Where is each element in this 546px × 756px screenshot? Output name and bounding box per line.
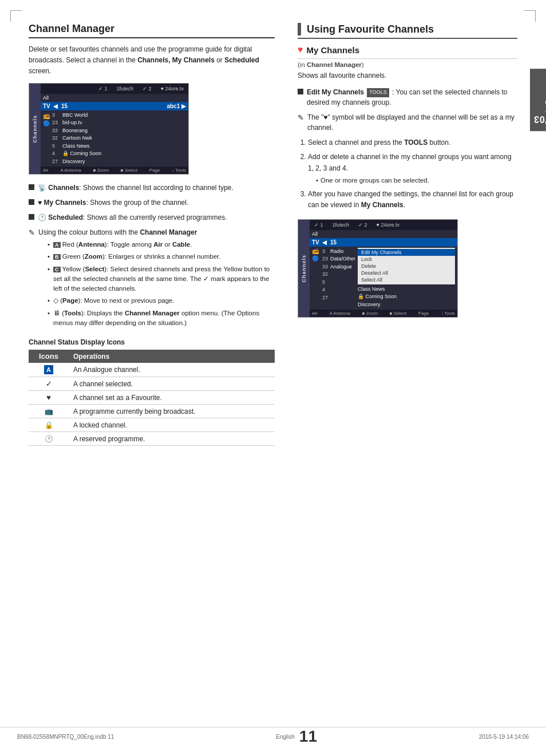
main-content: Channel Manager Delete or set favourites…: [0, 0, 546, 469]
channels-vertical-label-2: Channels: [298, 220, 310, 318]
left-column: Channel Manager Delete or set favourites…: [29, 23, 275, 446]
right-column: Using Favourite Channels ♥ My Channels (…: [298, 23, 517, 446]
side-tab: 03 Basic Features: [530, 69, 546, 131]
corner-mark-tl: [10, 10, 22, 22]
sub-bullet-yellow: C Yellow (Select): Select desired channe…: [48, 264, 275, 294]
footer-right: 2010-5-19 14:14:06: [479, 734, 529, 740]
bullet-square-3: [29, 214, 34, 220]
screenshot2-left-data: 📻 🔵 32333325427 RadioData/OtherAnalogue: [312, 248, 355, 309]
sub-context: (in Channel Manager): [298, 61, 517, 68]
sub-bullet-green: B Green (Zoom): Enlarges or shrinks a ch…: [48, 252, 275, 262]
table-cell-icon-lock: 🔒: [29, 418, 69, 432]
status-table: Icons Operations A An Analogue channel. …: [29, 350, 275, 446]
side-tab-number: 03: [533, 114, 545, 124]
menu-item-edit[interactable]: Edit My Channels: [358, 249, 455, 256]
bullet-channels: 📡 Channels: Shows the channel list accor…: [29, 183, 275, 193]
using-fav-title: Using Favourite Channels: [307, 23, 434, 35]
table-cell-icon-a: A: [29, 363, 69, 377]
table-row: 🔒 A locked channel.: [29, 418, 275, 432]
screenshot2-inner: ✓ 1 1futech ✓ 2 ♥ 24ore.tv All TV ◀ 15: [310, 220, 457, 318]
channel-numbers: 32333325427: [52, 112, 58, 166]
corner-mark-tr: [524, 10, 536, 22]
menu-item-deselect-all[interactable]: Deselect All: [358, 270, 455, 276]
table-cell-icon-heart: ♥: [29, 391, 69, 405]
edit-bullet-content: Edit My Channels TOOLS : You can set the…: [307, 87, 517, 108]
table-row: ♥ A channel set as a Favourite.: [29, 391, 275, 405]
menu-item-lock[interactable]: Lock: [358, 256, 455, 263]
my-channels-title: My Channels: [307, 45, 360, 55]
table-row: A An Analogue channel.: [29, 363, 275, 377]
steps-list: Select a channel and press the TOOLS but…: [308, 137, 517, 211]
menu-item-select-all[interactable]: Select All: [358, 276, 455, 283]
sub-bullet-red: A Red (Antenna): Toggle among Air or Cab…: [48, 240, 275, 250]
note-pencil-icon: ✎: [29, 227, 35, 239]
footer-left: BN68-02558MNPRTQ_00Eng.indb 11: [17, 734, 114, 740]
edit-bullet: Edit My Channels TOOLS : You can set the…: [298, 87, 517, 108]
table-cell-reserved: A reserved programme.: [69, 432, 275, 446]
table-header-ops: Operations: [69, 350, 275, 363]
section-title-right: Using Favourite Channels: [298, 23, 517, 39]
screenshot2-header-row: ✓ 1 1futech ✓ 2 ♥ 24ore.tv: [310, 220, 457, 230]
bullet-square-edit: [298, 89, 303, 94]
bullet-mychannels-content: ♥ My Channels: Shows the group of the ch…: [38, 197, 275, 208]
screenshot-inner: ✓ 1 1futech ✓ 2 ♥ 24ore.tv All TV ◀ 15 a…: [41, 84, 188, 175]
section-title-left: Channel Manager: [29, 23, 275, 38]
table-header-icons: Icons: [29, 350, 69, 363]
table-cell-broadcast: A programme currently being broadcast.: [69, 405, 275, 418]
content-with-menu: 📻 🔵 32333325427 RadioData/OtherAnalogue: [310, 247, 457, 310]
bullet-scheduled-content: 🕐 Scheduled: Shows all the currently res…: [38, 212, 275, 223]
heart-note-content: The "♥" symbol will be displayed and the…: [307, 112, 517, 133]
page-number-box: English 11: [276, 727, 317, 746]
page-footer: BN68-02558MNPRTQ_00Eng.indb 11 English 1…: [0, 727, 546, 746]
bullet-list: 📡 Channels: Shows the channel list accor…: [29, 183, 275, 223]
check-items-2: ✓ 1 1futech ✓ 2 ♥ 24ore.tv: [312, 221, 402, 229]
table-cell-icon-check: ✓: [29, 377, 69, 391]
channel-names: BBC World bid-up.tv Boonerang Cartoon Nw…: [62, 112, 101, 166]
tools-badge: TOOLS: [367, 88, 389, 97]
table-cell-icon-broadcast: 📺: [29, 405, 69, 418]
numbers-col2: 32333325427: [322, 248, 328, 302]
content-area: 📻 🔵 32333325427 BBC World bid-up.tv Boon…: [41, 110, 188, 167]
note-pencil-icon-2: ✎: [298, 112, 304, 124]
table-cell-favourite: A channel set as a Favourite.: [69, 391, 275, 405]
heart-note: ✎ The "♥" symbol will be displayed and t…: [298, 112, 517, 133]
table-row: 🕐 A reserved programme.: [29, 432, 275, 446]
bullet-channels-content: 📡 Channels: Shows the channel list accor…: [38, 183, 275, 193]
table-cell-locked: A locked channel.: [69, 418, 275, 432]
bullet-mychannels: ♥ My Channels: Shows the group of the ch…: [29, 197, 275, 208]
sub-bullet-page: ◇ (Page): Move to next or previous page.: [48, 296, 275, 306]
screenshot-footer: Air A Antenna ■ Zoom ■ Select Page ↓ Too…: [41, 167, 188, 174]
screenshot-header-row: ✓ 1 1futech ✓ 2 ♥ 24ore.tv: [41, 84, 188, 94]
channels-vertical-label: Channels: [29, 84, 41, 175]
page-number: 11: [299, 727, 317, 746]
table-cell-analogue: An Analogue channel.: [69, 363, 275, 377]
all-row: All: [41, 94, 188, 102]
table-title: Channel Status Display Icons: [29, 338, 275, 346]
channels-col2: RadioData/OtherAnalogue: [330, 248, 355, 302]
step-1: Select a channel and press the TOOLS but…: [308, 137, 517, 148]
screenshot-1: Channels ✓ 1 1futech ✓ 2 ♥ 24ore.tv: [29, 83, 189, 175]
bullet-square-2: [29, 199, 34, 205]
menu-item-delete[interactable]: Delete: [358, 263, 455, 270]
table-cell-selected: A channel selected.: [69, 377, 275, 391]
all-row-2: All: [310, 230, 457, 238]
check-items: ✓ 1 1futech ✓ 2 ♥ 24ore.tv: [96, 85, 186, 93]
heart-icon: ♥: [298, 45, 303, 55]
tv-row-2: TV ◀ 15: [310, 238, 457, 247]
screenshot2-footer: Air A Antenna ■ Zoom ■ Select Page ↓ Too…: [310, 310, 457, 317]
english-label: English: [276, 734, 295, 740]
colour-note: ✎ Using the colour buttons with the Chan…: [29, 227, 275, 330]
screenshot-2: Channels ✓ 1 1futech ✓ 2 ♥ 24ore.tv All: [298, 219, 458, 318]
table-row: 📺 A programme currently being broadcast.: [29, 405, 275, 418]
page: 03 Basic Features Channel Manager Delete…: [0, 0, 546, 756]
table-cell-icon-clock: 🕐: [29, 432, 69, 446]
sub-bullet-groups: One or more groups can be selected.: [316, 175, 517, 185]
tv-row: TV ◀ 15 abc1 ▶: [41, 102, 188, 110]
context-menu: Edit My Channels Lock Delete Deselect Al…: [358, 248, 455, 284]
sub-bullet-tools: 🖥 (Tools): Displays the Channel Manager …: [48, 308, 275, 328]
colour-bullets: A Red (Antenna): Toggle among Air or Cab…: [48, 240, 275, 328]
colour-note-content: Using the colour buttons with the Channe…: [38, 227, 275, 330]
bullet-scheduled: 🕐 Scheduled: Shows all the currently res…: [29, 212, 275, 223]
bullet-square: [29, 184, 34, 190]
intro-text: Delete or set favourites channels and us…: [29, 44, 275, 77]
